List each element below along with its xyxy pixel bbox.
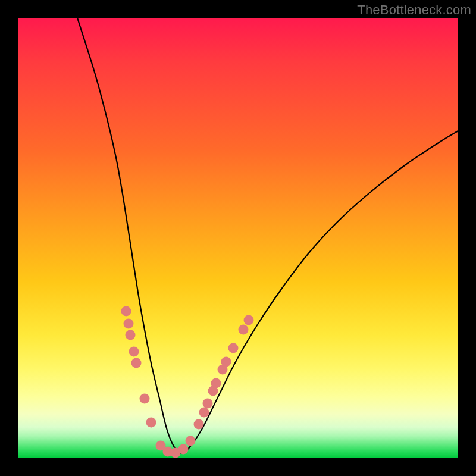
data-marker bbox=[186, 436, 196, 446]
data-marker bbox=[194, 419, 204, 430]
data-marker bbox=[124, 319, 134, 329]
watermark-text: TheBottleneck.com bbox=[357, 2, 471, 18]
plot-area bbox=[18, 18, 458, 458]
bottleneck-curve bbox=[77, 18, 458, 453]
chart-frame: TheBottleneck.com bbox=[0, 0, 476, 476]
data-marker bbox=[211, 378, 221, 389]
data-marker bbox=[203, 399, 213, 409]
data-marker bbox=[121, 306, 131, 317]
data-marker bbox=[228, 343, 239, 353]
data-marker bbox=[199, 408, 209, 418]
data-marker bbox=[239, 325, 249, 335]
marker-group bbox=[121, 306, 254, 458]
data-marker bbox=[178, 444, 189, 455]
data-marker bbox=[146, 418, 156, 428]
data-marker bbox=[126, 330, 136, 340]
data-marker bbox=[244, 315, 254, 325]
data-marker bbox=[129, 347, 139, 357]
data-marker bbox=[131, 358, 142, 368]
curve-svg bbox=[18, 18, 458, 458]
data-marker bbox=[221, 357, 231, 367]
data-marker bbox=[140, 394, 150, 404]
